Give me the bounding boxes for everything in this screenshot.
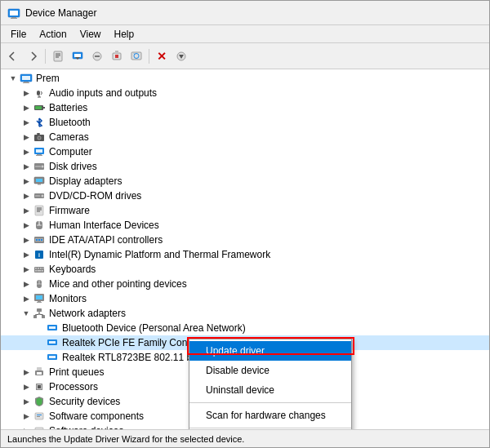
camera-icon bbox=[33, 131, 46, 144]
svg-line-83 bbox=[35, 314, 39, 315]
menu-bar: File Action View Help bbox=[1, 25, 489, 43]
toolbar-update-driver[interactable] bbox=[69, 47, 87, 65]
tree-item-display[interactable]: ▶ Display adapters bbox=[1, 174, 489, 189]
tree-item-ide[interactable]: ▶ IDE ATA/ATAPI controllers bbox=[1, 233, 489, 247]
print-icon bbox=[33, 366, 46, 379]
toolbar-scan[interactable] bbox=[127, 47, 145, 65]
expand-icon-batteries: ▶ bbox=[20, 102, 32, 113]
expand-icon-dvd: ▶ bbox=[20, 190, 32, 202]
security-icon bbox=[33, 395, 46, 408]
toolbar: ✕ bbox=[1, 43, 489, 69]
computer-node-label: Computer bbox=[49, 146, 92, 157]
svg-rect-38 bbox=[37, 154, 42, 155]
software-devices-icon bbox=[33, 424, 46, 429]
ctx-scan-hardware[interactable]: Scan for hardware changes bbox=[189, 406, 351, 425]
keyboards-label: Keyboards bbox=[49, 264, 96, 275]
device-manager-window: Device Manager File Action View Help bbox=[0, 0, 490, 448]
ide-icon bbox=[33, 233, 46, 246]
expand-icon-cameras: ▶ bbox=[20, 131, 32, 143]
menu-view[interactable]: View bbox=[74, 27, 108, 42]
svg-rect-59 bbox=[36, 239, 38, 241]
realtek-rtl-label: Realtek RTL8723BE 802.11 bg... bbox=[62, 352, 206, 363]
status-text: Launches the Update Driver Wizard for th… bbox=[7, 434, 244, 444]
expand-icon-security: ▶ bbox=[20, 396, 32, 407]
toolbar-back[interactable] bbox=[4, 47, 22, 65]
mouse-icon bbox=[33, 277, 46, 291]
toolbar-disable[interactable] bbox=[88, 47, 106, 65]
menu-help[interactable]: Help bbox=[108, 27, 141, 42]
tree-item-mice[interactable]: ▶ Mice and other pointing devices bbox=[1, 277, 489, 291]
keyboard-icon bbox=[33, 263, 46, 276]
tree-item-bluetooth[interactable]: ▶ Bluetooth bbox=[1, 115, 489, 130]
root-label: Prem bbox=[36, 73, 60, 84]
tree-item-cameras[interactable]: ▶ Cameras bbox=[1, 130, 489, 144]
svg-rect-48 bbox=[35, 195, 40, 197]
tree-item-audio[interactable]: ▶ Audio inputs and outputs bbox=[1, 86, 489, 100]
tree-item-keyboards[interactable]: ▶ Keyboards bbox=[1, 262, 489, 277]
svg-rect-1 bbox=[10, 11, 18, 16]
audio-label: Audio inputs and outputs bbox=[49, 87, 157, 99]
firmware-label: Firmware bbox=[49, 205, 90, 216]
svg-rect-67 bbox=[40, 268, 42, 269]
tree-item-firmware[interactable]: ▶ Firmware bbox=[1, 203, 489, 218]
network-icon bbox=[33, 307, 46, 320]
svg-rect-88 bbox=[49, 341, 56, 344]
toolbar-properties[interactable] bbox=[49, 47, 67, 65]
menu-file[interactable]: File bbox=[4, 27, 33, 42]
tree-item-hid[interactable]: ▶ Human Interface Devices bbox=[1, 218, 489, 233]
toolbar-down[interactable] bbox=[172, 47, 190, 65]
computer-icon bbox=[20, 72, 33, 85]
ctx-uninstall-device[interactable]: Uninstall device bbox=[189, 380, 351, 400]
window-title: Device Manager bbox=[25, 7, 96, 19]
ide-label: IDE ATA/ATAPI controllers bbox=[49, 234, 163, 246]
processors-label: Processors bbox=[49, 381, 98, 393]
svg-rect-24 bbox=[24, 82, 29, 82]
svg-rect-61 bbox=[41, 239, 42, 241]
audio-icon bbox=[33, 86, 46, 100]
tree-item-computer[interactable]: ▶ Computer bbox=[1, 144, 489, 159]
expand-icon-intel: ▶ bbox=[20, 249, 32, 260]
toolbar-red-x[interactable]: ✕ bbox=[153, 47, 171, 65]
tree-root[interactable]: ▼ Prem bbox=[1, 71, 489, 86]
processor-icon bbox=[33, 380, 46, 393]
ctx-update-driver[interactable]: Update driver bbox=[189, 341, 351, 361]
device-tree[interactable]: ▼ Prem ▶ bbox=[1, 69, 489, 429]
svg-rect-60 bbox=[38, 239, 40, 241]
netdev3-icon bbox=[46, 351, 59, 364]
context-menu: Update driver Disable device Uninstall d… bbox=[189, 339, 352, 429]
svg-rect-78 bbox=[37, 302, 42, 303]
tree-item-bluetooth-pa[interactable]: ▶ Bluetooth Device (Personal Area Networ… bbox=[1, 321, 489, 335]
expand-icon-sd: ▶ bbox=[20, 425, 32, 429]
tree-item-monitors[interactable]: ▶ Monitors bbox=[1, 291, 489, 306]
svg-rect-99 bbox=[37, 416, 40, 417]
svg-rect-4 bbox=[54, 51, 62, 61]
svg-rect-80 bbox=[33, 315, 37, 318]
svg-rect-69 bbox=[35, 270, 37, 272]
hid-label: Human Interface Devices bbox=[49, 220, 159, 231]
tree-item-network[interactable]: ▼ Network adapters bbox=[1, 306, 489, 321]
tree-item-dvd[interactable]: ▶ DVD/CD-ROM drives bbox=[1, 189, 489, 203]
bluetooth-icon bbox=[33, 116, 46, 129]
monitor-icon bbox=[33, 292, 46, 305]
ctx-disable-device[interactable]: Disable device bbox=[189, 361, 351, 380]
svg-rect-39 bbox=[36, 155, 42, 156]
tree-item-intel[interactable]: ▶ i Intel(R) Dynamic Platform and Therma… bbox=[1, 247, 489, 262]
software-components-label: Software components bbox=[49, 410, 144, 422]
toolbar-uninstall[interactable] bbox=[108, 47, 126, 65]
batteries-label: Batteries bbox=[49, 102, 87, 113]
expand-icon-hid: ▶ bbox=[20, 220, 32, 231]
svg-rect-66 bbox=[38, 268, 39, 269]
disk-icon bbox=[33, 160, 46, 173]
dvd-icon bbox=[33, 189, 46, 202]
svg-text:i: i bbox=[38, 252, 40, 258]
svg-rect-90 bbox=[49, 356, 56, 358]
svg-rect-35 bbox=[37, 133, 40, 135]
svg-rect-13 bbox=[113, 53, 121, 60]
toolbar-forward[interactable] bbox=[24, 47, 42, 65]
content-area: ▼ Prem ▶ bbox=[1, 69, 489, 429]
tree-item-disk[interactable]: ▶ Disk drives bbox=[1, 159, 489, 174]
menu-action[interactable]: Action bbox=[33, 27, 73, 42]
tree-item-batteries[interactable]: ▶ Batteries bbox=[1, 100, 489, 115]
svg-rect-37 bbox=[36, 149, 42, 153]
svg-rect-93 bbox=[37, 372, 42, 375]
